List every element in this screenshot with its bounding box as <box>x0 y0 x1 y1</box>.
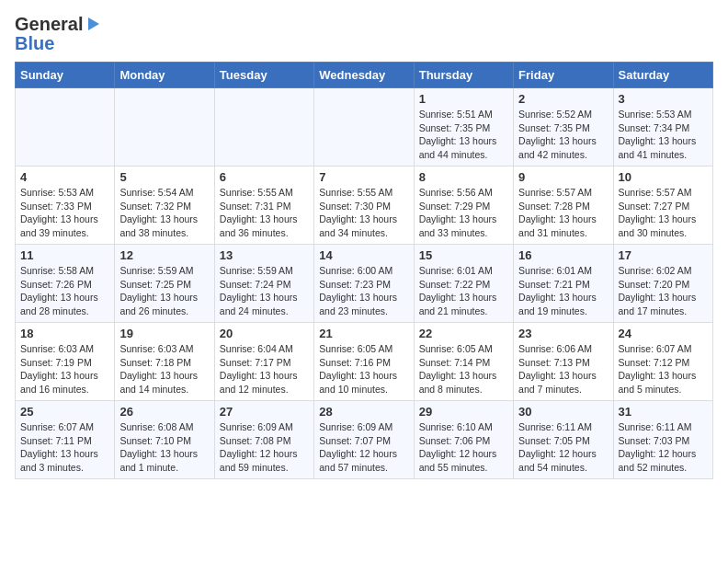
calendar-cell: 16Sunrise: 6:01 AMSunset: 7:21 PMDayligh… <box>514 245 613 323</box>
col-header-tuesday: Tuesday <box>214 63 313 88</box>
day-number: 9 <box>518 170 608 184</box>
calendar-cell: 6Sunrise: 5:55 AMSunset: 7:31 PMDaylight… <box>214 167 313 245</box>
calendar-week-row: 18Sunrise: 6:03 AMSunset: 7:19 PMDayligh… <box>16 323 713 401</box>
day-info: Sunrise: 5:56 AMSunset: 7:29 PMDaylight:… <box>419 186 508 240</box>
calendar-cell: 4Sunrise: 5:53 AMSunset: 7:33 PMDaylight… <box>16 167 115 245</box>
calendar-cell: 21Sunrise: 6:05 AMSunset: 7:16 PMDayligh… <box>314 323 414 401</box>
day-info: Sunrise: 5:53 AMSunset: 7:34 PMDaylight:… <box>619 108 708 162</box>
calendar-cell: 11Sunrise: 5:58 AMSunset: 7:26 PMDayligh… <box>16 245 115 323</box>
day-number: 20 <box>220 327 309 340</box>
calendar-cell: 7Sunrise: 5:55 AMSunset: 7:30 PMDaylight… <box>314 167 414 245</box>
day-info: Sunrise: 5:59 AMSunset: 7:24 PMDaylight:… <box>220 264 309 318</box>
day-info: Sunrise: 6:07 AMSunset: 7:12 PMDaylight:… <box>619 342 708 396</box>
logo-arrow-icon <box>85 15 103 33</box>
col-header-sunday: Sunday <box>16 63 115 88</box>
calendar-cell <box>314 88 414 167</box>
day-number: 29 <box>419 405 508 419</box>
day-info: Sunrise: 5:55 AMSunset: 7:31 PMDaylight:… <box>220 186 309 240</box>
calendar-week-row: 1Sunrise: 5:51 AMSunset: 7:35 PMDaylight… <box>16 88 713 167</box>
calendar-table: SundayMondayTuesdayWednesdayThursdayFrid… <box>15 62 713 479</box>
day-number: 15 <box>419 248 508 262</box>
calendar-cell: 2Sunrise: 5:52 AMSunset: 7:35 PMDaylight… <box>514 88 613 167</box>
col-header-friday: Friday <box>514 63 613 88</box>
day-number: 23 <box>518 327 608 340</box>
calendar-cell: 12Sunrise: 5:59 AMSunset: 7:25 PMDayligh… <box>115 245 214 323</box>
day-number: 8 <box>419 170 508 184</box>
day-number: 2 <box>518 92 608 106</box>
calendar-cell: 15Sunrise: 6:01 AMSunset: 7:22 PMDayligh… <box>414 245 513 323</box>
day-info: Sunrise: 5:53 AMSunset: 7:33 PMDaylight:… <box>20 186 109 240</box>
day-info: Sunrise: 6:11 AMSunset: 7:03 PMDaylight:… <box>619 420 708 475</box>
calendar-cell: 29Sunrise: 6:10 AMSunset: 7:06 PMDayligh… <box>414 401 513 479</box>
calendar-header-row: SundayMondayTuesdayWednesdayThursdayFrid… <box>16 63 713 88</box>
day-info: Sunrise: 6:05 AMSunset: 7:16 PMDaylight:… <box>319 342 408 396</box>
day-info: Sunrise: 6:03 AMSunset: 7:18 PMDaylight:… <box>119 342 209 396</box>
col-header-saturday: Saturday <box>613 63 712 88</box>
day-info: Sunrise: 5:58 AMSunset: 7:26 PMDaylight:… <box>20 264 109 318</box>
day-number: 24 <box>619 327 708 340</box>
day-number: 21 <box>319 327 408 340</box>
logo: General Blue <box>15 15 103 54</box>
day-info: Sunrise: 6:00 AMSunset: 7:23 PMDaylight:… <box>319 264 408 318</box>
calendar-week-row: 11Sunrise: 5:58 AMSunset: 7:26 PMDayligh… <box>16 245 713 323</box>
calendar-cell: 8Sunrise: 5:56 AMSunset: 7:29 PMDaylight… <box>414 167 513 245</box>
day-info: Sunrise: 6:01 AMSunset: 7:22 PMDaylight:… <box>419 264 508 318</box>
day-number: 6 <box>220 170 309 184</box>
day-number: 12 <box>119 248 209 262</box>
calendar-cell: 18Sunrise: 6:03 AMSunset: 7:19 PMDayligh… <box>16 323 115 401</box>
day-number: 26 <box>119 405 209 419</box>
day-info: Sunrise: 6:06 AMSunset: 7:13 PMDaylight:… <box>518 342 608 396</box>
day-number: 1 <box>419 92 508 106</box>
calendar-cell: 25Sunrise: 6:07 AMSunset: 7:11 PMDayligh… <box>16 401 115 479</box>
day-info: Sunrise: 6:09 AMSunset: 7:08 PMDaylight:… <box>220 420 309 475</box>
calendar-cell: 24Sunrise: 6:07 AMSunset: 7:12 PMDayligh… <box>613 323 712 401</box>
day-info: Sunrise: 5:59 AMSunset: 7:25 PMDaylight:… <box>119 264 209 318</box>
calendar-cell: 1Sunrise: 5:51 AMSunset: 7:35 PMDaylight… <box>414 88 513 167</box>
day-info: Sunrise: 5:57 AMSunset: 7:27 PMDaylight:… <box>619 186 708 240</box>
day-number: 16 <box>518 248 608 262</box>
day-info: Sunrise: 6:04 AMSunset: 7:17 PMDaylight:… <box>220 342 309 396</box>
calendar-cell <box>16 88 115 167</box>
day-number: 11 <box>20 248 109 262</box>
calendar-cell: 13Sunrise: 5:59 AMSunset: 7:24 PMDayligh… <box>214 245 313 323</box>
calendar-cell: 9Sunrise: 5:57 AMSunset: 7:28 PMDaylight… <box>514 167 613 245</box>
calendar-cell: 30Sunrise: 6:11 AMSunset: 7:05 PMDayligh… <box>514 401 613 479</box>
day-info: Sunrise: 5:57 AMSunset: 7:28 PMDaylight:… <box>518 186 608 240</box>
day-info: Sunrise: 6:11 AMSunset: 7:05 PMDaylight:… <box>518 420 608 475</box>
logo-blue-text: Blue <box>15 33 54 54</box>
calendar-cell <box>115 88 214 167</box>
col-header-thursday: Thursday <box>414 63 513 88</box>
col-header-monday: Monday <box>115 63 214 88</box>
calendar-cell: 19Sunrise: 6:03 AMSunset: 7:18 PMDayligh… <box>115 323 214 401</box>
calendar-cell: 27Sunrise: 6:09 AMSunset: 7:08 PMDayligh… <box>214 401 313 479</box>
day-info: Sunrise: 5:51 AMSunset: 7:35 PMDaylight:… <box>419 108 508 162</box>
svg-marker-0 <box>88 17 99 30</box>
day-number: 5 <box>119 170 209 184</box>
day-number: 13 <box>220 248 309 262</box>
calendar-cell: 5Sunrise: 5:54 AMSunset: 7:32 PMDaylight… <box>115 167 214 245</box>
day-info: Sunrise: 5:54 AMSunset: 7:32 PMDaylight:… <box>119 186 209 240</box>
day-number: 4 <box>20 170 109 184</box>
day-number: 14 <box>319 248 408 262</box>
day-number: 30 <box>518 405 608 419</box>
calendar-cell: 26Sunrise: 6:08 AMSunset: 7:10 PMDayligh… <box>115 401 214 479</box>
calendar-cell: 23Sunrise: 6:06 AMSunset: 7:13 PMDayligh… <box>514 323 613 401</box>
day-number: 3 <box>619 92 708 106</box>
calendar-cell <box>214 88 313 167</box>
day-number: 28 <box>319 405 408 419</box>
day-number: 18 <box>20 327 109 340</box>
day-info: Sunrise: 6:03 AMSunset: 7:19 PMDaylight:… <box>20 342 109 396</box>
day-number: 22 <box>419 327 508 340</box>
day-number: 7 <box>319 170 408 184</box>
calendar-cell: 22Sunrise: 6:05 AMSunset: 7:14 PMDayligh… <box>414 323 513 401</box>
day-info: Sunrise: 5:55 AMSunset: 7:30 PMDaylight:… <box>319 186 408 240</box>
day-number: 31 <box>619 405 708 419</box>
day-info: Sunrise: 6:02 AMSunset: 7:20 PMDaylight:… <box>619 264 708 318</box>
logo-general-text: General <box>15 15 83 33</box>
calendar-cell: 10Sunrise: 5:57 AMSunset: 7:27 PMDayligh… <box>613 167 712 245</box>
calendar-cell: 20Sunrise: 6:04 AMSunset: 7:17 PMDayligh… <box>214 323 313 401</box>
calendar-week-row: 25Sunrise: 6:07 AMSunset: 7:11 PMDayligh… <box>16 401 713 479</box>
calendar-cell: 17Sunrise: 6:02 AMSunset: 7:20 PMDayligh… <box>613 245 712 323</box>
day-info: Sunrise: 5:52 AMSunset: 7:35 PMDaylight:… <box>518 108 608 162</box>
calendar-week-row: 4Sunrise: 5:53 AMSunset: 7:33 PMDaylight… <box>16 167 713 245</box>
